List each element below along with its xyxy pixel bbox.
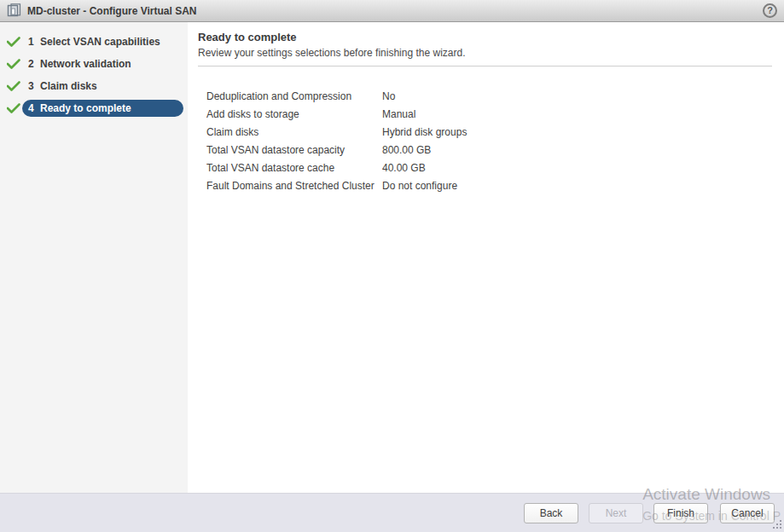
step-number: 2 — [28, 58, 40, 70]
step-ready-to-complete[interactable]: 4 Ready to complete — [0, 97, 188, 119]
help-button[interactable]: ? — [763, 3, 777, 18]
setting-label: Add disks to storage — [206, 107, 382, 122]
setting-value: 40.00 GB — [382, 161, 772, 176]
setting-label: Deduplication and Compression — [206, 90, 382, 104]
step-number: 3 — [28, 80, 40, 92]
active-step-pill: 4 Ready to complete — [22, 100, 183, 117]
setting-value: Manual — [382, 107, 772, 122]
setting-row-datastore-cache: Total VSAN datastore cache 40.00 GB — [206, 161, 772, 176]
wizard-footer: Back Next Finish Cancel — [0, 493, 784, 532]
header-divider — [198, 66, 772, 66]
window-title: MD-cluster - Configure Virtual SAN — [27, 5, 196, 17]
step-label: Select VSAN capabilities — [40, 36, 160, 48]
resize-grip[interactable] — [771, 519, 782, 530]
configure-vsan-wizard: MD-cluster - Configure Virtual SAN ? 1 S… — [0, 0, 784, 532]
step-network-validation[interactable]: 2 Network validation — [0, 53, 188, 75]
next-button: Next — [589, 503, 643, 523]
page-subtitle: Review your settings selections before f… — [198, 47, 772, 60]
setting-row-deduplication: Deduplication and Compression No — [206, 90, 772, 104]
setting-label: Claim disks — [206, 125, 382, 140]
setting-row-datastore-capacity: Total VSAN datastore capacity 800.00 GB — [206, 143, 772, 158]
step-select-vsan-capabilities[interactable]: 1 Select VSAN capabilities — [0, 31, 188, 53]
setting-value: Do not configure — [382, 179, 772, 194]
setting-value: 800.00 GB — [382, 143, 772, 158]
step-completed-check-icon — [7, 59, 20, 69]
step-label: Claim disks — [40, 80, 97, 92]
step-label: Network validation — [40, 58, 131, 70]
step-number: 1 — [28, 36, 40, 48]
step-completed-check-icon — [7, 37, 20, 47]
setting-row-add-disks: Add disks to storage Manual — [206, 107, 772, 122]
step-claim-disks[interactable]: 3 Claim disks — [0, 75, 188, 97]
setting-value: No — [382, 90, 772, 104]
step-completed-check-icon — [7, 103, 20, 113]
setting-row-claim-disks: Claim disks Hybrid disk groups — [206, 125, 772, 140]
finish-button[interactable]: Finish — [653, 503, 708, 523]
setting-label: Fault Domains and Stretched Cluster — [206, 179, 382, 194]
back-button[interactable]: Back — [524, 503, 578, 523]
step-completed-check-icon — [7, 81, 20, 91]
setting-label: Total VSAN datastore capacity — [206, 143, 382, 158]
setting-value: Hybrid disk groups — [382, 125, 772, 140]
page-title: Ready to complete — [198, 31, 772, 44]
wizard-steps-sidebar: 1 Select VSAN capabilities 2 Network val… — [0, 22, 188, 493]
setting-label: Total VSAN datastore cache — [206, 161, 382, 176]
setting-row-fault-domains: Fault Domains and Stretched Cluster Do n… — [206, 179, 772, 194]
step-label: Ready to complete — [40, 102, 131, 114]
settings-summary-list: Deduplication and Compression No Add dis… — [206, 90, 772, 194]
cluster-icon — [7, 3, 21, 18]
title-bar: MD-cluster - Configure Virtual SAN ? — [0, 0, 784, 22]
wizard-body: 1 Select VSAN capabilities 2 Network val… — [0, 22, 784, 493]
step-number: 4 — [28, 102, 40, 114]
ready-to-complete-panel: Ready to complete Review your settings s… — [188, 22, 784, 493]
cancel-button[interactable]: Cancel — [720, 503, 775, 523]
